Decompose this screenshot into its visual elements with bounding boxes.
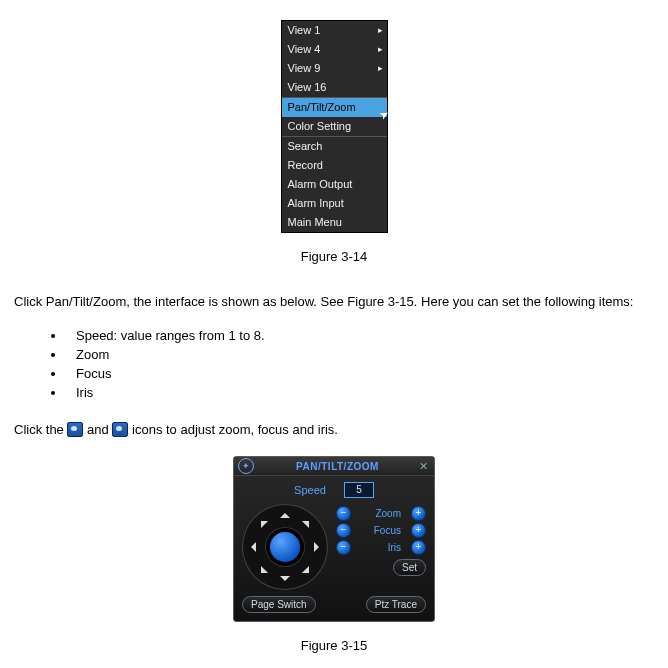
- bullet-list: Speed: value ranges from 1 to 8. Zoom Fo…: [66, 328, 654, 400]
- arrow-downleft-icon[interactable]: [254, 566, 268, 580]
- menu-label: Main Menu: [288, 216, 342, 228]
- menu-item-view4[interactable]: View 4 ▸: [282, 40, 387, 59]
- ptz-trace-button[interactable]: Ptz Trace: [366, 596, 426, 613]
- speed-label: Speed: [294, 484, 326, 496]
- text: and: [87, 422, 112, 437]
- menu-item-color-setting[interactable]: Color Setting: [282, 117, 387, 136]
- list-item: Iris: [66, 385, 654, 400]
- chevron-right-icon: ▸: [378, 62, 383, 75]
- arrow-downright-icon[interactable]: [302, 566, 316, 580]
- plus-icon: [112, 422, 128, 437]
- menu-label: Record: [288, 159, 323, 171]
- zoom-minus-button[interactable]: −: [336, 506, 351, 521]
- list-item: Speed: value ranges from 1 to 8.: [66, 328, 654, 343]
- iris-plus-button[interactable]: +: [411, 540, 426, 555]
- menu-label: Alarm Input: [288, 197, 344, 209]
- ptz-title-text: PAN/TILT/ZOOM: [258, 461, 417, 472]
- chevron-right-icon: ▸: [378, 43, 383, 56]
- menu-label: Alarm Output: [288, 178, 353, 190]
- menu-item-search[interactable]: Search: [282, 137, 387, 156]
- menu-label: View 1: [288, 24, 321, 36]
- menu-item-alarm-output[interactable]: Alarm Output: [282, 175, 387, 194]
- menu-label: Color Setting: [288, 120, 352, 132]
- menu-item-ptz[interactable]: Pan/Tilt/Zoom ➤: [282, 98, 387, 117]
- focus-label: Focus: [361, 525, 401, 536]
- context-menu: View 1 ▸ View 4 ▸ View 9 ▸ View 16 Pan/T…: [281, 20, 388, 233]
- page-switch-button[interactable]: Page Switch: [242, 596, 316, 613]
- menu-label: Pan/Tilt/Zoom: [288, 101, 356, 113]
- menu-item-view16[interactable]: View 16: [282, 78, 387, 97]
- arrow-up-icon[interactable]: [280, 508, 290, 518]
- ptz-logo-icon: ✦: [238, 458, 254, 474]
- arrow-right-icon[interactable]: [314, 542, 324, 552]
- menu-item-main-menu[interactable]: Main Menu: [282, 213, 387, 232]
- menu-label: View 4: [288, 43, 321, 55]
- text: Click the: [14, 422, 67, 437]
- focus-plus-button[interactable]: +: [411, 523, 426, 538]
- paragraph-icons: Click the and icons to adjust zoom, focu…: [14, 420, 654, 440]
- wheel-hub[interactable]: [270, 532, 300, 562]
- text: icons to adjust zoom, focus and iris.: [132, 422, 338, 437]
- menu-item-view9[interactable]: View 9 ▸: [282, 59, 387, 78]
- speed-input[interactable]: 5: [344, 482, 374, 498]
- chevron-right-icon: ▸: [378, 24, 383, 37]
- figure-caption-314: Figure 3-14: [14, 249, 654, 264]
- iris-label: Iris: [361, 542, 401, 553]
- zoom-plus-button[interactable]: +: [411, 506, 426, 521]
- zoom-row: − Zoom +: [336, 506, 426, 521]
- figure-caption-315: Figure 3-15: [14, 638, 654, 653]
- paragraph: Click Pan/Tilt/Zoom, the interface is sh…: [14, 292, 654, 312]
- direction-wheel[interactable]: [242, 504, 328, 590]
- menu-label: Search: [288, 140, 323, 152]
- menu-label: View 16: [288, 81, 327, 93]
- iris-minus-button[interactable]: −: [336, 540, 351, 555]
- zoom-label: Zoom: [361, 508, 401, 519]
- arrow-left-icon[interactable]: [246, 542, 256, 552]
- arrow-upright-icon[interactable]: [302, 514, 316, 528]
- list-item: Zoom: [66, 347, 654, 362]
- focus-row: − Focus +: [336, 523, 426, 538]
- arrow-down-icon[interactable]: [280, 576, 290, 586]
- arrow-upleft-icon[interactable]: [254, 514, 268, 528]
- minus-icon: [67, 422, 83, 437]
- set-button[interactable]: Set: [393, 559, 426, 576]
- focus-minus-button[interactable]: −: [336, 523, 351, 538]
- menu-label: View 9: [288, 62, 321, 74]
- ptz-panel: ✦ PAN/TILT/ZOOM ✕ Speed 5: [233, 456, 435, 622]
- menu-item-view1[interactable]: View 1 ▸: [282, 21, 387, 40]
- iris-row: − Iris +: [336, 540, 426, 555]
- ptz-titlebar: ✦ PAN/TILT/ZOOM ✕: [234, 457, 434, 476]
- list-item: Focus: [66, 366, 654, 381]
- speed-row: Speed 5: [242, 482, 426, 498]
- close-icon[interactable]: ✕: [417, 460, 430, 473]
- menu-item-record[interactable]: Record: [282, 156, 387, 175]
- menu-item-alarm-input[interactable]: Alarm Input: [282, 194, 387, 213]
